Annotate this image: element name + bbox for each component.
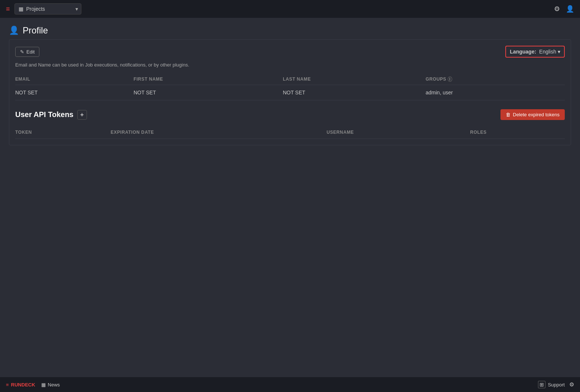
settings-icon[interactable]: ⚙ xyxy=(554,5,560,13)
tokens-table-header-row: TOKEN EXPIRATION DATE USERNAME ROLES xyxy=(15,126,565,139)
nav-right: ⚙ 👤 xyxy=(554,5,574,13)
main-content: ✎ Edit Language: English ▾ Email and Nam… xyxy=(0,39,580,377)
delete-expired-label: Delete expired tokens xyxy=(513,112,560,117)
language-value: English xyxy=(539,49,556,55)
col-roles: ROLES xyxy=(470,126,565,139)
trash-icon: 🗑 xyxy=(506,112,511,117)
page-header: 👤 Profile xyxy=(0,18,580,39)
user-icon[interactable]: 👤 xyxy=(566,5,574,13)
brand-logo: ≡ RUNDECK xyxy=(6,382,35,388)
bottom-right: ⊞ Support ⚙ xyxy=(538,381,574,388)
api-tokens-title: User API Tokens xyxy=(15,110,74,119)
col-firstname: FIRST NAME xyxy=(133,74,283,85)
page-title: Profile xyxy=(23,25,48,36)
lastname-value: NOT SET xyxy=(283,85,425,100)
card-toolbar: ✎ Edit Language: English ▾ xyxy=(15,46,565,58)
bottom-settings-icon[interactable]: ⚙ xyxy=(569,381,574,388)
add-icon: + xyxy=(80,111,84,118)
bottom-left: ≡ RUNDECK ▦ News xyxy=(6,382,60,388)
add-token-button[interactable]: + xyxy=(77,110,87,120)
edit-icon: ✎ xyxy=(20,49,24,55)
col-lastname: LAST NAME xyxy=(283,74,425,85)
chevron-down-icon: ▾ xyxy=(75,6,78,12)
nav-left: ≡ ▦ Projects ▾ xyxy=(6,3,81,14)
bottom-bar: ≡ RUNDECK ▦ News ⊞ Support ⚙ xyxy=(0,377,580,392)
news-label: News xyxy=(48,382,60,388)
email-value: NOT SET xyxy=(15,85,133,100)
edit-button[interactable]: ✎ Edit xyxy=(15,47,39,57)
profile-table-header-row: EMAIL FIRST NAME LAST NAME GROUPS i xyxy=(15,74,565,85)
language-label: Language: xyxy=(510,49,536,55)
col-token: TOKEN xyxy=(15,126,111,139)
project-selector[interactable]: ▦ Projects ▾ xyxy=(14,3,81,14)
groups-value: admin, user xyxy=(426,85,565,100)
col-groups: GROUPS i xyxy=(426,74,565,85)
hamburger-icon[interactable]: ≡ xyxy=(6,5,10,13)
delete-expired-button[interactable]: 🗑 Delete expired tokens xyxy=(500,109,565,120)
top-nav: ≡ ▦ Projects ▾ ⚙ 👤 xyxy=(0,0,580,18)
profile-description: Email and Name can be used in Job execut… xyxy=(15,62,565,68)
language-dropdown[interactable]: English ▾ xyxy=(539,49,560,55)
col-email: EMAIL xyxy=(15,74,133,85)
tokens-table: TOKEN EXPIRATION DATE USERNAME ROLES xyxy=(15,126,565,139)
edit-label: Edit xyxy=(26,49,35,55)
col-expiration: EXPIRATION DATE xyxy=(111,126,327,139)
brand-icon: ≡ xyxy=(6,382,9,388)
support-label: Support xyxy=(548,382,565,388)
language-selector-wrap: Language: English ▾ xyxy=(505,46,565,58)
news-icon: ▦ xyxy=(41,382,46,388)
profile-table: EMAIL FIRST NAME LAST NAME GROUPS i NOT … xyxy=(15,74,565,100)
col-username: USERNAME xyxy=(327,126,470,139)
profile-card: ✎ Edit Language: English ▾ Email and Nam… xyxy=(9,39,571,145)
project-label: Projects xyxy=(26,6,45,12)
language-chevron-icon: ▾ xyxy=(558,49,560,55)
news-link[interactable]: ▦ News xyxy=(41,382,60,388)
support-icon: ⊞ xyxy=(538,381,545,388)
firstname-value: NOT SET xyxy=(133,85,283,100)
support-link[interactable]: ⊞ Support xyxy=(538,381,565,388)
project-icon: ▦ xyxy=(19,6,23,12)
api-tokens-title-wrap: User API Tokens + xyxy=(15,110,87,120)
api-tokens-section-header: User API Tokens + 🗑 Delete expired token… xyxy=(15,109,565,120)
profile-table-row: NOT SET NOT SET NOT SET admin, user xyxy=(15,85,565,100)
groups-info-icon: i xyxy=(448,77,452,82)
brand-name: RUNDECK xyxy=(11,382,35,388)
profile-icon: 👤 xyxy=(9,26,19,35)
